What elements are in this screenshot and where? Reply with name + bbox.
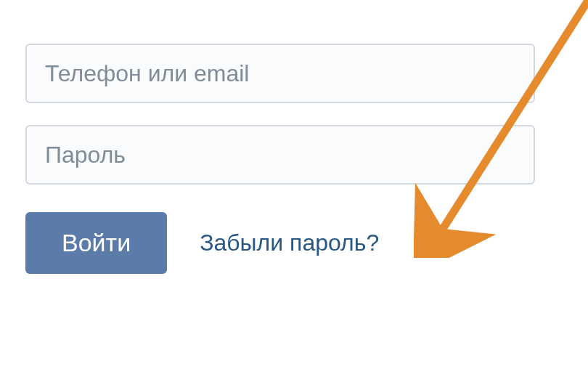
login-input-wrapper (25, 44, 535, 103)
action-row: Войти Забыли пароль? (25, 212, 535, 274)
login-input[interactable] (25, 44, 535, 103)
password-input[interactable] (25, 125, 535, 184)
login-button[interactable]: Войти (25, 212, 167, 274)
forgot-password-link[interactable]: Забыли пароль? (200, 230, 379, 256)
password-input-wrapper (25, 125, 535, 184)
login-form: Войти Забыли пароль? (25, 44, 535, 274)
